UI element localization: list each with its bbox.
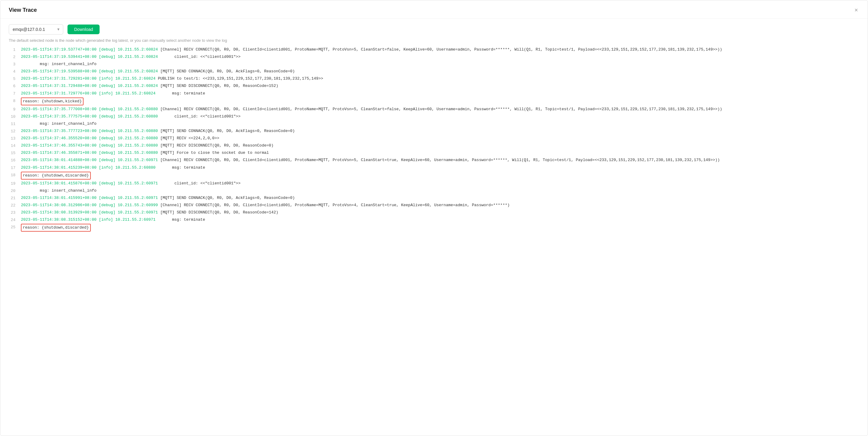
log-row: 3 msg: insert_channel_info (9, 61, 859, 68)
log-timestamp: 2023-05-11T14:38:01.415876+08:00 [debug] (21, 181, 118, 185)
log-timestamp: 2023-05-11T14:37:35.777723+08:00 [debug] (21, 129, 118, 133)
log-timestamp: 2023-05-11T14:37:31.729488+08:00 [debug] (21, 84, 118, 88)
log-ip: 10.211.55.2:60880 (118, 150, 158, 155)
log-line-content: msg: insert_channel_info (21, 120, 859, 128)
log-table: 12023-05-11T14:37:19.537747+08:00 [debug… (9, 46, 859, 232)
log-ip: 10.211.55.2:60880 (118, 114, 158, 119)
log-ip: 10.211.55.2:60999 (118, 203, 158, 207)
log-timestamp: 2023-05-11T14:38:08.313929+08:00 [debug] (21, 210, 118, 215)
log-line-content: 2023-05-11T14:37:31.729776+08:00 [info] … (21, 90, 859, 97)
highlight-reason: reason: {shutdown,kicked} (21, 97, 84, 105)
log-rest: [Channel] RECV CONNECT(Q0, R0, D0, Clien… (158, 107, 722, 111)
line-number: 25 (9, 224, 21, 232)
log-ip: 10.211.55.2:60824 (118, 84, 158, 88)
log-container[interactable]: 12023-05-11T14:37:19.537747+08:00 [debug… (0, 46, 868, 436)
log-line-content: msg: insert_channel_info (21, 187, 859, 195)
line-number: 17 (9, 165, 21, 172)
log-ip: 10.211.55.2:60824 (118, 55, 158, 59)
log-row: 92023-05-11T14:37:35.777008+08:00 [debug… (9, 106, 859, 113)
log-line-content: msg: insert_channel_info (21, 61, 859, 68)
log-line-content: reason: {shutdown,discarded} (21, 224, 859, 232)
log-timestamp: 2023-05-11T14:37:46.355743+08:00 [debug] (21, 143, 118, 148)
modal-header: View Trace × (0, 0, 868, 19)
log-row: 172023-05-11T14:38:01.415239+08:00 [info… (9, 165, 859, 172)
log-rest: [Channel] RECV CONNECT(Q0, R0, D0, Clien… (158, 203, 510, 207)
log-plain-text: msg: insert_channel_info (21, 188, 97, 193)
log-row: 232023-05-11T14:38:08.313929+08:00 [debu… (9, 209, 859, 216)
log-ip: 10.211.55.2:60824 (118, 69, 158, 74)
log-ip: 10.211.55.2:60971 (118, 181, 158, 185)
log-row: 222023-05-11T14:38:08.312986+08:00 [debu… (9, 202, 859, 209)
line-number: 10 (9, 113, 21, 120)
log-line-content: 2023-05-11T14:38:08.312986+08:00 [debug]… (21, 202, 859, 209)
log-line-content: 2023-05-11T14:38:01.415991+08:00 [debug]… (21, 195, 859, 202)
log-row: 212023-05-11T14:38:01.415991+08:00 [debu… (9, 195, 859, 202)
modal-title: View Trace (9, 7, 37, 13)
log-line-content: 2023-05-11T14:37:19.537747+08:00 [debug]… (21, 46, 859, 54)
log-row: 72023-05-11T14:37:31.729776+08:00 [info]… (9, 90, 859, 97)
line-number: 16 (9, 157, 21, 164)
line-number: 4 (9, 68, 21, 76)
line-number: 22 (9, 202, 21, 209)
modal-toolbar: emqx@127.0.0.1 ▼ Download (0, 19, 868, 37)
log-rest: [MQTT] SEND CONNACK(Q0, R0, D0, AckFlags… (158, 129, 295, 133)
log-line-content: 2023-05-11T14:37:19.539588+08:00 [debug]… (21, 68, 859, 76)
log-row: 192023-05-11T14:38:01.415876+08:00 [debu… (9, 180, 859, 187)
close-button[interactable]: × (853, 6, 859, 14)
log-line-content: 2023-05-11T14:38:01.414888+08:00 [debug]… (21, 157, 859, 164)
log-line-content: 2023-05-11T14:37:35.777575+08:00 [debug]… (21, 113, 859, 120)
log-line-content: 2023-05-11T14:38:08.313929+08:00 [debug]… (21, 209, 859, 216)
log-ip: 10.211.55.2:60824 (115, 76, 156, 81)
log-rest: [MQTT] SEND CONNACK(Q0, R0, D0, AckFlags… (158, 196, 295, 200)
log-timestamp: 2023-05-11T14:37:31.729281+08:00 [info] (21, 76, 115, 81)
log-line-content: 2023-05-11T14:37:46.355871+08:00 [debug]… (21, 150, 859, 157)
log-timestamp: 2023-05-11T14:37:19.539588+08:00 [debug] (21, 69, 118, 74)
log-ip: 10.211.55.2:60880 (118, 129, 158, 133)
log-rest: PUBLISH to test/1: <<233,129,151,229,152… (156, 76, 323, 81)
log-ip: 10.211.55.2:60971 (118, 210, 158, 215)
line-number: 14 (9, 142, 21, 150)
log-row: 25reason: {shutdown,discarded} (9, 224, 859, 232)
log-row: 242023-05-11T14:38:08.315152+08:00 [info… (9, 216, 859, 224)
download-button[interactable]: Download (67, 25, 100, 34)
log-plain-text: msg: insert_channel_info (21, 62, 97, 66)
log-ip: 10.211.55.2:60971 (115, 217, 156, 222)
log-row: 132023-05-11T14:37:46.355520+08:00 [debu… (9, 135, 859, 142)
log-timestamp: 2023-05-11T14:38:01.415991+08:00 [debug] (21, 196, 118, 200)
log-row: 152023-05-11T14:37:46.355871+08:00 [debu… (9, 150, 859, 157)
log-timestamp: 2023-05-11T14:37:35.777008+08:00 [debug] (21, 107, 118, 111)
log-timestamp: 2023-05-11T14:37:46.355520+08:00 [debug] (21, 136, 118, 141)
line-number: 15 (9, 150, 21, 157)
log-row: 18reason: {shutdown,discarded} (9, 172, 859, 180)
log-line-content: 2023-05-11T14:37:31.729281+08:00 [info] … (21, 76, 859, 83)
line-number: 11 (9, 120, 21, 128)
log-line-content: 2023-05-11T14:37:46.355520+08:00 [debug]… (21, 135, 859, 142)
log-row: 42023-05-11T14:37:19.539588+08:00 [debug… (9, 68, 859, 76)
log-rest: [MQTT] RECV <<224,2,0,0>> (158, 136, 219, 141)
log-timestamp: 2023-05-11T14:38:01.414888+08:00 [debug] (21, 158, 118, 162)
log-ip: 10.211.55.2:60824 (118, 47, 158, 52)
log-rest: [MQTT] RECV DISCONNECT(Q0, R0, D0, Reaso… (158, 143, 274, 148)
line-number: 19 (9, 180, 21, 187)
line-number: 1 (9, 46, 21, 54)
log-row: 62023-05-11T14:37:31.729488+08:00 [debug… (9, 83, 859, 90)
log-ip: 10.211.55.2:60880 (118, 143, 158, 148)
log-rest: [MQTT] SEND DISCONNECT(Q0, R0, D0, Reaso… (158, 210, 278, 215)
log-ip: 10.211.55.2:60880 (118, 136, 158, 141)
line-number: 21 (9, 195, 21, 202)
line-number: 12 (9, 128, 21, 135)
line-number: 8 (9, 97, 21, 106)
log-ip: 10.211.55.2:60971 (118, 158, 158, 162)
log-line-content: 2023-05-11T14:37:35.777723+08:00 [debug]… (21, 128, 859, 135)
log-timestamp: 2023-05-11T14:37:19.539441+08:00 [debug] (21, 55, 118, 59)
log-line-content: 2023-05-11T14:38:01.415876+08:00 [debug]… (21, 180, 859, 187)
log-rest: [Channel] RECV CONNECT(Q0, R0, D0, Clien… (158, 47, 722, 52)
highlight-reason: reason: {shutdown,discarded} (21, 224, 91, 232)
node-select[interactable]: emqx@127.0.0.1 (9, 24, 63, 34)
line-number: 23 (9, 209, 21, 216)
line-number: 7 (9, 90, 21, 97)
log-timestamp: 2023-05-11T14:37:31.729776+08:00 [info] (21, 91, 115, 96)
node-select-wrapper: emqx@127.0.0.1 ▼ (9, 24, 63, 34)
line-number: 20 (9, 187, 21, 195)
line-number: 13 (9, 135, 21, 142)
